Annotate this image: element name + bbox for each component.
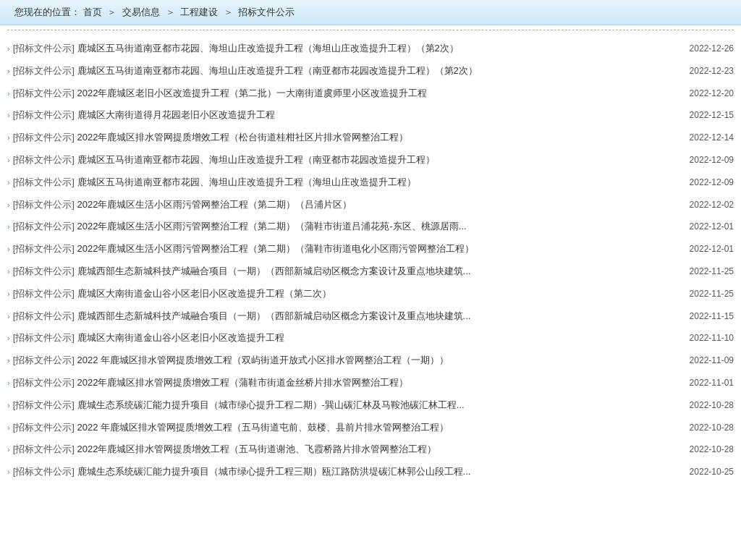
list-item-tag: [招标文件公示]	[13, 444, 77, 454]
list-item[interactable]: ›[招标文件公示] 鹿城西部生态新城科技产城融合项目（一期）（西部新城启动区概念…	[7, 260, 734, 283]
list-item-text: [招标文件公示] 鹿城区五马街道南亚都市花园、海坦山庄改造提升工程（南亚都市花园…	[13, 153, 675, 168]
list-item-tag: [招标文件公示]	[13, 154, 77, 165]
list-item[interactable]: ›[招标文件公示] 2022年鹿城区排水管网提质增效工程（蒲鞋市街道金丝桥片排水…	[7, 372, 734, 394]
list-item[interactable]: ›[招标文件公示] 2022年鹿城区生活小区雨污管网整治工程（第二期）（吕浦片区…	[7, 194, 734, 216]
list-item-date: 2022-12-01	[690, 220, 734, 234]
list-item-arrow: ›	[7, 266, 10, 279]
list-item-text: [招标文件公示] 鹿城生态系统碳汇能力提升项目（城市绿心提升工程二期）-巽山碳汇…	[13, 398, 675, 413]
list-item-date: 2022-10-28	[690, 421, 734, 435]
list-item-date: 2022-12-26	[690, 42, 734, 56]
list-item-text: [招标文件公示] 鹿城西部生态新城科技产城融合项目（一期）（西部新城启动区概念方…	[13, 309, 675, 324]
list-item-text: [招标文件公示] 鹿城区五马街道南亚都市花园、海坦山庄改造提升工程（海坦山庄改造…	[13, 175, 675, 190]
list-item-tag: [招标文件公示]	[13, 43, 77, 54]
list-item-arrow: ›	[7, 154, 10, 167]
breadcrumb: 您现在的位置： 首页 ＞ 交易信息 ＞ 工程建设 ＞ 招标文件公示	[0, 0, 741, 25]
list-item-text: [招标文件公示] 2022年鹿城区老旧小区改造提升工程（第二批）一大南街道虞师里…	[13, 86, 675, 101]
list-item-text: [招标文件公示] 2022年鹿城区生活小区雨污管网整治工程（第二期）（蒲鞋市街道…	[13, 242, 675, 257]
list-item-tag: [招标文件公示]	[13, 243, 77, 254]
list-item[interactable]: ›[招标文件公示] 鹿城生态系统碳汇能力提升项目（城市绿心提升工程二期）-巽山碳…	[7, 394, 734, 417]
list-item[interactable]: ›[招标文件公示] 2022年鹿城区生活小区雨污管网整治工程（第二期）（蒲鞋市街…	[7, 216, 734, 238]
list-item-tag: [招标文件公示]	[13, 288, 77, 299]
breadcrumb-current: 招标文件公示	[238, 7, 295, 17]
list-item-date: 2022-12-20	[690, 87, 734, 101]
list-item[interactable]: ›[招标文件公示] 鹿城区五马街道南亚都市花园、海坦山庄改造提升工程（海坦山庄改…	[7, 38, 734, 60]
divider	[7, 30, 734, 30]
list-item[interactable]: ›[招标文件公示] 2022年鹿城区排水管网提质增效工程（五马街道谢池、飞霞桥路…	[7, 438, 734, 461]
list-item-arrow: ›	[7, 288, 10, 301]
list-item-date: 2022-12-01	[690, 242, 734, 256]
list-item-tag: [招标文件公示]	[13, 310, 77, 321]
list-item-tag: [招标文件公示]	[13, 199, 77, 210]
list-item-date: 2022-10-28	[690, 443, 734, 457]
list-item[interactable]: ›[招标文件公示] 鹿城区五马街道南亚都市花园、海坦山庄改造提升工程（南亚都市花…	[7, 60, 734, 82]
list-item-text: [招标文件公示] 鹿城西部生态新城科技产城融合项目（一期）（西部新城启动区概念方…	[13, 264, 675, 279]
list-item-tag: [招标文件公示]	[13, 221, 77, 232]
list-item-date: 2022-12-09	[690, 176, 734, 190]
list-item-text: [招标文件公示] 鹿城区五马街道南亚都市花园、海坦山庄改造提升工程（南亚都市花园…	[13, 64, 675, 79]
list-item-arrow: ›	[7, 355, 10, 368]
list-item-text: [招标文件公示] 2022 年鹿城区排水管网提质增效工程（五马街道屯前、鼓楼、县…	[13, 420, 675, 436]
list-item-tag: [招标文件公示]	[13, 266, 77, 276]
list-item[interactable]: ›[招标文件公示] 鹿城区五马街道南亚都市花园、海坦山庄改造提升工程（南亚都市花…	[7, 149, 734, 171]
list-item-date: 2022-12-14	[690, 131, 734, 145]
list-item-tag: [招标文件公示]	[13, 109, 77, 120]
breadcrumb-home[interactable]: 首页	[83, 7, 102, 17]
list-item-arrow: ›	[7, 199, 10, 212]
list-item-arrow: ›	[7, 109, 10, 122]
breadcrumb-trade[interactable]: 交易信息	[122, 7, 160, 17]
list-item[interactable]: ›[招标文件公示] 鹿城西部生态新城科技产城融合项目（一期）（西部新城启动区概念…	[7, 305, 734, 328]
list-item-text: [招标文件公示] 2022年鹿城区生活小区雨污管网整治工程（第二期）（蒲鞋市街道…	[13, 219, 675, 234]
list-item-tag: [招标文件公示]	[13, 332, 77, 343]
list-item[interactable]: ›[招标文件公示] 2022 年鹿城区排水管网提质增效工程（双屿街道开放式小区排…	[7, 349, 734, 372]
list-item-arrow: ›	[7, 422, 10, 435]
list-item-tag: [招标文件公示]	[13, 88, 77, 98]
list-item[interactable]: ›[招标文件公示] 2022年鹿城区老旧小区改造提升工程（第二批）一大南街道虞师…	[7, 82, 734, 105]
list-item-date: 2022-11-01	[690, 376, 734, 390]
list-item-arrow: ›	[7, 377, 10, 390]
list-item[interactable]: ›[招标文件公示] 鹿城生态系统碳汇能力提升项目（城市绿心提升工程三期）瓯江路防…	[7, 461, 734, 483]
list-item-tag: [招标文件公示]	[13, 132, 77, 143]
list-item[interactable]: ›[招标文件公示] 2022年鹿城区排水管网提质增效工程（松台街道桂柑社区片排水…	[7, 127, 734, 149]
list-item-text: [招标文件公示] 2022年鹿城区排水管网提质增效工程（五马街道谢池、飞霞桥路片…	[13, 442, 675, 457]
list-item-text: [招标文件公示] 2022 年鹿城区排水管网提质增效工程（双屿街道开放式小区排水…	[13, 353, 675, 368]
breadcrumb-construction[interactable]: 工程建设	[180, 7, 218, 17]
list-item[interactable]: ›[招标文件公示] 鹿城区大南街道金山谷小区老旧小区改造提升工程（第二次）202…	[7, 283, 734, 305]
list-item-arrow: ›	[7, 466, 10, 479]
list-item-arrow: ›	[7, 132, 10, 145]
breadcrumb-prefix: 您现在的位置：	[14, 7, 80, 17]
list-item-text: [招标文件公示] 鹿城区大南街道金山谷小区老旧小区改造提升工程	[13, 331, 675, 346]
list-item-date: 2022-12-15	[690, 109, 734, 122]
list-item-date: 2022-11-09	[690, 354, 734, 368]
list-item-text: [招标文件公示] 鹿城区大南街道得月花园老旧小区改造提升工程	[13, 108, 675, 123]
list-item-text: [招标文件公示] 2022年鹿城区排水管网提质增效工程（松台街道桂柑社区片排水管…	[13, 130, 675, 145]
list-item-tag: [招标文件公示]	[13, 65, 77, 76]
list-item-tag: [招标文件公示]	[13, 355, 77, 365]
news-list: ›[招标文件公示] 鹿城区五马街道南亚都市花园、海坦山庄改造提升工程（海坦山庄改…	[0, 35, 741, 491]
list-item-arrow: ›	[7, 310, 10, 323]
list-item-arrow: ›	[7, 88, 10, 101]
list-item-date: 2022-12-02	[690, 198, 734, 212]
list-item-arrow: ›	[7, 177, 10, 190]
list-item[interactable]: ›[招标文件公示] 鹿城区大南街道金山谷小区老旧小区改造提升工程2022-11-…	[7, 327, 734, 349]
list-item[interactable]: ›[招标文件公示] 鹿城区大南街道得月花园老旧小区改造提升工程2022-12-1…	[7, 104, 734, 127]
list-item[interactable]: ›[招标文件公示] 2022 年鹿城区排水管网提质增效工程（五马街道屯前、鼓楼、…	[7, 417, 734, 439]
list-item-tag: [招标文件公示]	[13, 466, 77, 477]
list-item-text: [招标文件公示] 2022年鹿城区生活小区雨污管网整治工程（第二期）（吕浦片区）	[13, 198, 675, 213]
list-item-date: 2022-11-25	[690, 287, 734, 301]
list-item-arrow: ›	[7, 65, 10, 78]
list-item-date: 2022-11-25	[690, 265, 734, 279]
breadcrumb-sep2: ＞	[166, 7, 175, 17]
breadcrumb-sep1: ＞	[107, 7, 117, 17]
list-item-date: 2022-12-23	[690, 64, 734, 78]
list-item-tag: [招标文件公示]	[13, 177, 77, 187]
list-item[interactable]: ›[招标文件公示] 鹿城区五马街道南亚都市花园、海坦山庄改造提升工程（海坦山庄改…	[7, 171, 734, 194]
list-item-date: 2022-11-15	[690, 310, 734, 323]
list-item[interactable]: ›[招标文件公示] 2022年鹿城区生活小区雨污管网整治工程（第二期）（蒲鞋市街…	[7, 238, 734, 260]
list-item-text: [招标文件公示] 鹿城区五马街道南亚都市花园、海坦山庄改造提升工程（海坦山庄改造…	[13, 41, 675, 56]
list-item-date: 2022-12-09	[690, 153, 734, 167]
list-item-arrow: ›	[7, 221, 10, 234]
list-item-arrow: ›	[7, 43, 10, 56]
list-item-text: [招标文件公示] 鹿城区大南街道金山谷小区老旧小区改造提升工程（第二次）	[13, 287, 675, 302]
list-item-arrow: ›	[7, 243, 10, 256]
list-item-text: [招标文件公示] 鹿城生态系统碳汇能力提升项目（城市绿心提升工程三期）瓯江路防洪…	[13, 464, 675, 480]
